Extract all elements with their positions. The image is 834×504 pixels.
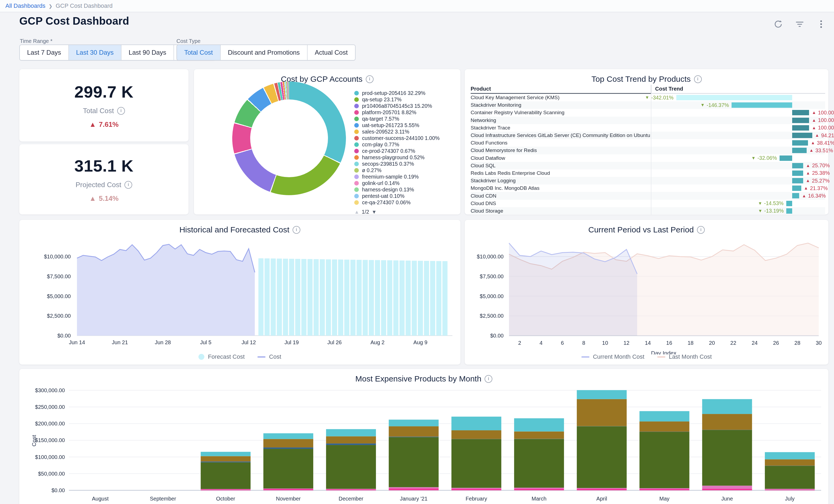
forecast-bar [387,260,392,336]
table-row[interactable]: Cloud SQL▲25.70% [470,162,825,170]
table-row[interactable]: Redis Labs Redis Enterprise Cloud▲25.38% [470,170,825,177]
legend-forecast-cost[interactable]: Forecast Cost [198,353,245,360]
stacked-bar-segment-brown-product [451,430,501,439]
cost-by-gcp-accounts-card: Cost by GCP Accountsi prod-setup-205416 … [194,69,460,215]
legend-item-[interactable]: ø 0.27% [354,167,455,173]
stacked-bar-segment-brown-product [201,456,250,461]
cost-trend-cell: ▲100.00% [651,109,825,116]
historical-forecast-chart: $0.00$2,500.00$5,000.00$7,500.00$10,000.… [25,237,455,352]
stacked-bar-segment-cyan-product [389,420,439,426]
product-column-header[interactable]: Product [470,85,651,94]
filter-option-total-cost[interactable]: Total Cost [177,45,221,60]
projected-cost-delta: ▲5.14% [89,194,118,203]
forecast-bar [418,261,423,336]
legend-item-secops-239815[interactable]: secops-239815 0.37% [354,161,455,167]
card-title: Most Expensive Products by Monthi [19,374,828,384]
card-title: Top Cost Trend by Productsi [465,74,828,84]
filter-option-actual-cost[interactable]: Actual Cost [308,45,355,60]
legend-item-harness-design[interactable]: harness-design 0.13% [354,187,455,193]
table-row[interactable]: Cloud Infrastructure Services GitLab Ser… [470,132,825,139]
info-icon[interactable]: i [485,375,492,383]
legend-item-label: ce-prod-274307 0.67% [362,148,415,154]
gcp-accounts-donut-chart[interactable] [232,82,346,195]
legend-cost[interactable]: Cost [258,353,281,360]
legend-item-prod-setup-205416[interactable]: prod-setup-205416 32.29% [354,90,455,96]
legend-item-customer-success-244100[interactable]: customer-success-244100 1.00% [354,135,455,141]
table-row[interactable]: Cloud Functions▲38.41% [470,139,825,147]
table-row[interactable]: Cloud Dataflow▼-32.06% [470,154,825,162]
legend-item-pentest-uat[interactable]: pentest-uat 0.10% [354,193,455,199]
legend-item-harness-playground[interactable]: harness-playground 0.52% [354,154,455,160]
svg-text:$10,000.00: $10,000.00 [477,254,504,260]
svg-text:April: April [596,496,607,502]
forecast-bar [344,260,349,336]
legend-item-qa-target[interactable]: qa-target 7.57% [354,116,455,122]
refresh-button[interactable] [773,19,783,29]
filter-option-last-30-days[interactable]: Last 30 Days [69,45,122,60]
legend-item-label: qa-target 7.57% [362,116,399,122]
table-row[interactable]: Stackdriver Logging▲25.27% [470,177,825,184]
filter-option-last-90-days[interactable]: Last 90 Days [122,45,174,60]
legend-item-qa-setup[interactable]: qa-setup 23.17% [354,96,455,103]
trend-value: ▼-146.37% [700,101,729,109]
table-row[interactable]: Stackdriver Monitoring▼-146.37% [470,101,825,109]
page-up-icon[interactable]: ▲ [354,209,359,215]
svg-text:12: 12 [623,340,629,346]
cost-trend-column-header[interactable]: Cost Trend [651,85,825,94]
info-icon[interactable]: i [292,226,300,234]
stacked-bar-segment-olive-green-product [702,430,752,486]
stacked-bar-segment-blue-product [326,443,376,445]
stacked-bar-segment-brown-product [765,459,815,466]
legend-current-month[interactable]: Current Month Cost [581,353,644,360]
table-row[interactable]: Cloud Memorystore for Redis▲33.51% [470,147,825,154]
legend-item-pr10406a87045145c3[interactable]: pr10406a87045145c3 15.20% [354,103,455,109]
legend-item-ccm-play[interactable]: ccm-play 0.77% [354,141,455,148]
page-down-icon[interactable]: ▼ [372,209,377,215]
table-row[interactable]: Stackdriver Trace▲100.00% [470,124,825,132]
forecast-bar [295,259,300,336]
legend-last-month[interactable]: Last Month Cost [657,353,712,360]
trend-bar [792,125,809,131]
forecast-bar [270,259,276,336]
legend-item-platform-205701[interactable]: platform-205701 8.82% [354,109,455,115]
forecast-bar [363,260,368,336]
trend-bar [786,201,792,206]
stacked-bar-segment-brown-product [389,426,439,437]
forecast-bar [283,259,288,336]
legend-item-ce-qa-274307[interactable]: ce-qa-274307 0.06% [354,199,455,205]
forecast-bar [430,261,435,336]
table-row[interactable]: Cloud Key Management Service (KMS)▼-342.… [470,94,825,101]
info-icon[interactable]: i [697,226,705,234]
info-icon[interactable]: i [117,107,125,115]
cost-trend-cell: ▼-342.01% [651,94,825,101]
stacked-bar-segment-light-pink-product [577,488,627,488]
info-icon[interactable]: i [694,75,702,83]
legend-item-freemium-sample[interactable]: freemium-sample 0.19% [354,174,455,180]
info-icon[interactable]: i [366,75,374,83]
table-row[interactable]: Cloud CDN▲16.34% [470,192,825,199]
filter-option-discount-and-promotions[interactable]: Discount and Promotions [221,45,308,60]
more-options-button[interactable] [816,19,826,29]
table-row[interactable]: MongoDB Inc. MongoDB Atlas▲21.37% [470,184,825,192]
forecast-bar [375,260,380,336]
table-row[interactable]: Cloud DNS▼-14.53% [470,200,825,207]
product-cell: Cloud CDN [470,193,651,199]
period-compare-chart: $0.00$2,500.00$5,000.00$7,500.00$10,000.… [470,237,823,354]
breadcrumb-all-dashboards-link[interactable]: All Dashboards [5,2,45,9]
filter-option-last-7-days[interactable]: Last 7 Days [20,45,69,60]
trend-value: ▼-32.06% [751,154,777,162]
table-row[interactable]: Container Registry Vulnerability Scannin… [470,109,825,116]
stacked-bar-segment-cyan-product [702,399,752,414]
table-row[interactable]: Networking▲100.00% [470,117,825,124]
top-navigation-bar: All Dashboards ❯ GCP Cost Dashboard [0,0,834,12]
legend-item-sales-209522[interactable]: sales-209522 3.11% [354,129,455,135]
legend-item-golink-url[interactable]: golink-url 0.14% [354,180,455,186]
legend-item-ce-prod-274307[interactable]: ce-prod-274307 0.67% [354,148,455,154]
filter-button[interactable] [795,19,805,29]
trend-bar [792,133,812,138]
svg-text:Aug 9: Aug 9 [414,339,427,345]
legend-item-uat-setup-261723[interactable]: uat-setup-261723 5.55% [354,122,455,128]
info-icon[interactable]: i [125,181,132,189]
table-row[interactable]: Cloud Storage▼-13.19% [470,207,825,215]
forecast-bar [424,261,429,336]
